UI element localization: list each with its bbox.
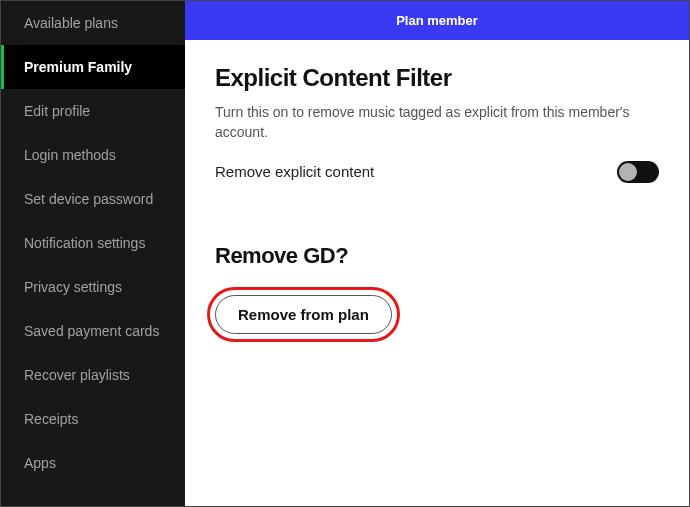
sidebar-item-premium-family[interactable]: Premium Family: [1, 45, 185, 89]
app-window: Available plans Premium Family Edit prof…: [0, 0, 690, 507]
explicit-filter-description: Turn this on to remove music tagged as e…: [215, 102, 635, 143]
explicit-toggle-label: Remove explicit content: [215, 163, 374, 180]
sidebar: Available plans Premium Family Edit prof…: [1, 1, 185, 506]
sidebar-item-login-methods[interactable]: Login methods: [1, 133, 185, 177]
explicit-filter-heading: Explicit Content Filter: [215, 64, 659, 92]
sidebar-item-receipts[interactable]: Receipts: [1, 397, 185, 441]
remove-button-wrap: Remove from plan: [215, 295, 392, 334]
main-panel: Plan member Explicit Content Filter Turn…: [185, 1, 689, 506]
sidebar-item-notification-settings[interactable]: Notification settings: [1, 221, 185, 265]
remove-member-heading: Remove GD?: [215, 243, 659, 269]
sidebar-item-available-plans[interactable]: Available plans: [1, 1, 185, 45]
sidebar-item-edit-profile[interactable]: Edit profile: [1, 89, 185, 133]
sidebar-item-privacy-settings[interactable]: Privacy settings: [1, 265, 185, 309]
explicit-toggle[interactable]: [617, 161, 659, 183]
content-area: Explicit Content Filter Turn this on to …: [185, 40, 689, 506]
remove-from-plan-button[interactable]: Remove from plan: [215, 295, 392, 334]
sidebar-item-saved-payment-cards[interactable]: Saved payment cards: [1, 309, 185, 353]
explicit-toggle-row: Remove explicit content: [215, 161, 659, 183]
sidebar-item-set-device-password[interactable]: Set device password: [1, 177, 185, 221]
sidebar-item-apps[interactable]: Apps: [1, 441, 185, 485]
sidebar-item-recover-playlists[interactable]: Recover playlists: [1, 353, 185, 397]
banner-title: Plan member: [396, 13, 478, 28]
plan-member-banner: Plan member: [185, 1, 689, 40]
